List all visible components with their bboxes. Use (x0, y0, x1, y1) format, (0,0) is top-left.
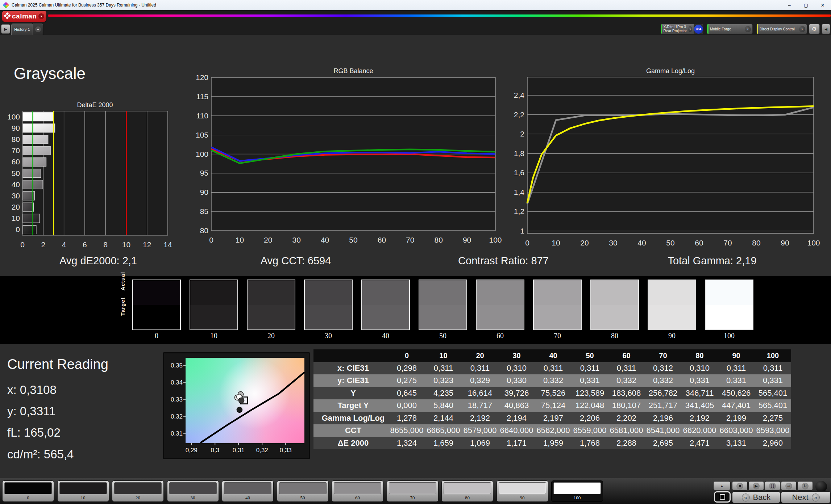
svg-text:90: 90 (463, 236, 471, 244)
refresh-button[interactable]: ↻ (797, 481, 813, 491)
play-button[interactable]: ▶ (748, 481, 764, 491)
table-cell: 122,048 (572, 399, 608, 412)
strip-level-label: 50 (419, 332, 467, 340)
pattern-up-button[interactable]: ▲ (713, 481, 731, 490)
strip-target-color (648, 305, 695, 329)
range-button[interactable]: [·] (765, 481, 780, 491)
collapse-panel-button[interactable]: ◀ (822, 24, 830, 34)
svg-text:110: 110 (196, 112, 208, 120)
strip-level-label: 20 (247, 332, 295, 340)
pattern-button-40[interactable]: 40 (222, 480, 274, 502)
strip-target-color (133, 305, 180, 329)
pattern-button-80[interactable]: 80 (441, 480, 493, 502)
loop-button[interactable]: ∞ (781, 481, 797, 491)
pattern-swatch (224, 482, 271, 494)
svg-text:20: 20 (264, 236, 272, 244)
cie-chart (163, 352, 310, 459)
table-cell: 123,589 (572, 387, 608, 400)
calman-menu-button[interactable]: calman ▼ (2, 11, 46, 22)
pattern-swatch (59, 482, 107, 494)
page-title: Grayscale (14, 64, 86, 83)
svg-text:2,4: 2,4 (514, 91, 525, 99)
calman-logo-icon (3, 12, 12, 21)
strip-actual-label: Actual (120, 267, 126, 296)
pattern-button-70[interactable]: 70 (387, 480, 439, 502)
gear-icon[interactable]: ⚙ (809, 24, 820, 34)
pattern-button-90[interactable]: 90 (496, 480, 548, 502)
chevron-down-icon: ▼ (745, 26, 751, 32)
table-cell: 6665,000 (425, 424, 462, 437)
minimize-button[interactable]: – (781, 0, 798, 10)
table-cell: 0,311 (462, 362, 498, 375)
next-button[interactable]: Next » (781, 491, 831, 503)
strip-target-color (534, 305, 581, 329)
pattern-button-60[interactable]: 60 (332, 480, 383, 502)
table-row-label: Y (313, 387, 389, 400)
current-reading-item: x: 0,3108 (7, 383, 57, 397)
add-tab-button[interactable]: + (33, 24, 43, 35)
display-control-dropdown[interactable]: Direct Display Control ▼ (756, 24, 807, 34)
table-cell: 2,202 (608, 412, 645, 425)
table-cell: 5,840 (425, 399, 462, 412)
source-dropdown[interactable]: Mobile Forge ▼ (707, 24, 753, 34)
table-cell: 0,331 (572, 374, 608, 387)
table-cell: 2,197 (535, 412, 572, 425)
strip-actual-color (534, 280, 581, 305)
cie-xtick: 0,32 (251, 447, 273, 454)
current-reading-item: cd/m²: 565,4 (7, 448, 74, 461)
meter-dropdown[interactable]: X-Rite i1Pro 3 Rear Projector ▼ 384 (661, 24, 703, 34)
pattern-swatch (279, 482, 327, 494)
table-cell: 6620,000 (681, 424, 718, 437)
panel-expander-button[interactable]: ▶ (1, 24, 10, 34)
pattern-button-10[interactable]: 10 (57, 480, 109, 502)
svg-text:100: 100 (196, 150, 208, 158)
svg-text:60: 60 (12, 158, 20, 166)
table-cell: 346,711 (681, 387, 718, 400)
strip-actual-color (648, 280, 695, 305)
svg-text:10: 10 (122, 240, 130, 249)
table-row-label: y: CIE31 (313, 374, 389, 387)
strip-target-color (248, 305, 295, 329)
plus-icon: + (35, 26, 41, 32)
current-reading-item: fL: 165,02 (7, 426, 61, 440)
tab-history-1[interactable]: History 1 (11, 24, 33, 35)
pattern-swatch (114, 482, 162, 494)
table-cell: 2,471 (681, 437, 718, 450)
svg-text:10: 10 (12, 214, 20, 222)
close-button[interactable]: ✕ (814, 0, 831, 10)
table-cell: 0,311 (535, 362, 572, 375)
stop-button[interactable]: ■ (732, 481, 748, 491)
infinity-icon: ∞ (785, 483, 792, 490)
maximize-button[interactable]: ▢ (798, 0, 814, 10)
cie-ytick: 0,35 (166, 362, 183, 369)
table-cell: 6593,000 (755, 424, 791, 437)
table-cell: 6581,000 (608, 424, 645, 437)
table-column-header: 90 (718, 349, 755, 362)
avg-de2000-stat: Avg dE20002,1 (59, 255, 137, 267)
strip-swatch-40 (361, 280, 410, 330)
table-cell: 2,960 (755, 437, 791, 450)
pattern-button-20[interactable]: 20 (112, 480, 164, 502)
back-button[interactable]: « Back (732, 491, 780, 503)
table-column-header: 30 (498, 349, 535, 362)
table-column-header: 100 (755, 349, 791, 362)
svg-text:90: 90 (781, 239, 789, 247)
pattern-button-50[interactable]: 50 (277, 480, 329, 502)
range-icon: [·] (769, 483, 776, 490)
pattern-swatch (334, 482, 381, 494)
table-cell: 0,311 (608, 362, 645, 375)
pattern-window-button[interactable] (714, 491, 731, 503)
pattern-button-0[interactable]: 0 (2, 480, 54, 502)
pattern-button-30[interactable]: 30 (167, 480, 219, 502)
table-column-header: 20 (462, 349, 498, 362)
pattern-button-100[interactable]: 100 (551, 480, 603, 502)
table-cell: 6603,000 (718, 424, 755, 437)
pattern-level-label: 100 (552, 495, 603, 501)
svg-text:70: 70 (406, 236, 414, 244)
title-bar: Calman 2025 Calman Ultimate for Business… (0, 0, 831, 10)
table-column-header: 10 (425, 349, 462, 362)
table-cell: 565,401 (755, 399, 791, 412)
gamma-chart: 11,21,41,61,822,22,401020304050607080901… (511, 74, 823, 250)
table-column-header: 40 (535, 349, 572, 362)
display-control-name: Direct Display Control (758, 27, 796, 31)
